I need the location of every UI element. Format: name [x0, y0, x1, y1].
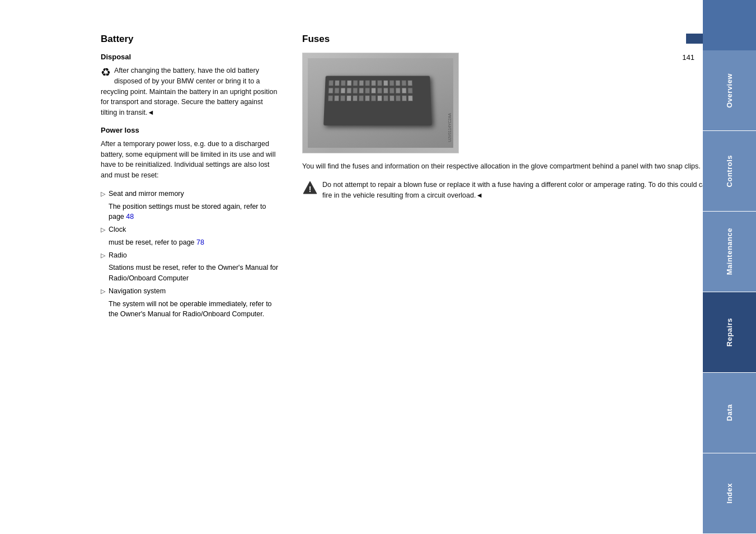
fuses-warning-block: ! Do not attempt to repair a blown fuse … [302, 180, 734, 201]
overview-label: Overview [725, 73, 734, 108]
fuses-image: UJV0114YC2AA [302, 53, 459, 153]
maintenance-label: Maintenance [725, 228, 734, 275]
page-wrapper: 141 Battery Disposal ♻ After changing th… [0, 0, 756, 534]
image-code: UJV0114YC2AA [448, 113, 452, 142]
clock-sub: must be reset, refer to page 78 [109, 237, 280, 248]
sidebar-item-overview[interactable]: Overview [703, 50, 756, 131]
warning-triangle-icon: ! [303, 180, 317, 195]
sidebar-item-maintenance[interactable]: Maintenance [703, 212, 756, 292]
sidebar-item-data[interactable]: Data [703, 373, 756, 453]
fuses-section: Fuses [302, 34, 734, 512]
battery-title: Battery [101, 34, 280, 45]
list-item-nav: ▷ Navigation system [101, 286, 280, 297]
index-label: Index [725, 483, 734, 503]
page-number-bar [686, 34, 703, 44]
radio-label: Radio [109, 250, 280, 261]
battery-section: Battery Disposal ♻ After changing the ba… [101, 34, 280, 512]
sidebar-item-controls[interactable]: Controls [703, 131, 756, 212]
repairs-label: Repairs [725, 318, 734, 346]
fuses-warning-text: Do not attempt to repair a blown fuse or… [322, 180, 734, 201]
seat-sub: The position settings must be stored aga… [109, 202, 280, 223]
nav-sub: The system will not be operable immediat… [109, 299, 280, 320]
arrow-icon-clock: ▷ [101, 224, 105, 235]
power-loss-intro: After a temporary power loss, e.g. due t… [101, 139, 280, 181]
fuses-image-inner: UJV0114YC2AA [303, 53, 458, 153]
sidebar-item-repairs[interactable]: Repairs [703, 292, 756, 373]
data-label: Data [725, 404, 734, 421]
power-loss-list: ▷ Seat and mirror memory The position se… [101, 189, 280, 320]
disposal-block: ♻ After changing the battery, have the o… [101, 65, 280, 118]
disposal-subtitle: Disposal [101, 53, 280, 61]
list-item-radio: ▷ Radio [101, 250, 280, 261]
list-item-clock: ▷ Clock [101, 224, 280, 235]
svg-text:!: ! [309, 185, 312, 194]
sidebar-item-index[interactable]: Index [703, 453, 756, 534]
radio-sub: Stations must be reset, refer to the Own… [109, 263, 280, 284]
arrow-icon-radio: ▷ [101, 250, 105, 261]
arrow-icon-nav: ▷ [101, 286, 105, 297]
link-48[interactable]: 48 [126, 213, 134, 221]
link-78[interactable]: 78 [196, 238, 204, 246]
warning-icon: ! [302, 180, 318, 195]
sidebar-nav: Overview Controls Maintenance Repairs Da… [703, 0, 756, 534]
page-number: 141 [682, 53, 694, 62]
seat-label: Seat and mirror memory [109, 189, 280, 199]
main-content: Battery Disposal ♻ After changing the ba… [0, 0, 756, 534]
power-loss-subtitle: Power loss [101, 126, 280, 134]
arrow-icon-seat: ▷ [101, 189, 105, 199]
fuses-title: Fuses [302, 34, 734, 45]
fuses-description: You will find the fuses and information … [302, 161, 734, 172]
clock-label: Clock [109, 224, 280, 235]
nav-label: Navigation system [109, 286, 280, 297]
list-item-seat: ▷ Seat and mirror memory [101, 189, 280, 199]
controls-label: Controls [725, 155, 734, 187]
disposal-text: After changing the battery, have the old… [101, 67, 277, 116]
recycle-icon: ♻ [101, 67, 111, 78]
sidebar-top-bar [703, 0, 756, 50]
